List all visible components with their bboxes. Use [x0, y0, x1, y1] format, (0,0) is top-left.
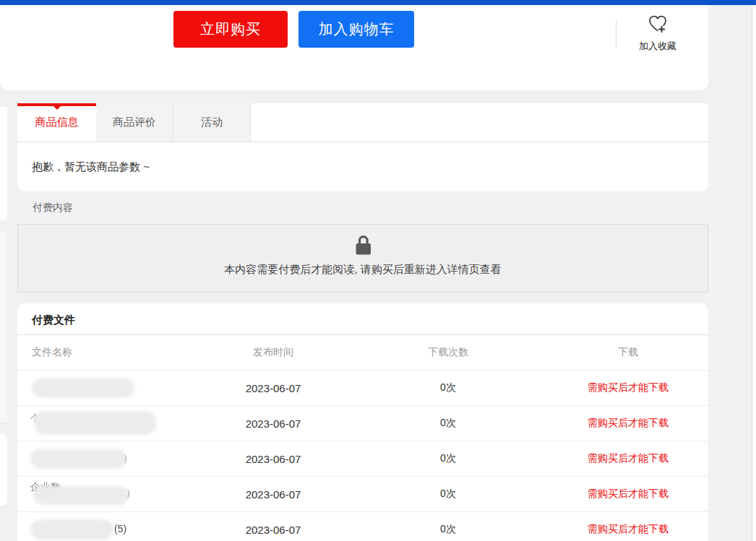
left-card-edge [0, 107, 7, 220]
file-row: 企业数 ） 2023-06-07 0次 需购买后才能下载 [17, 477, 708, 512]
product-detail-page: 立即购买 加入购物车 加入收藏 商品信息 商品评价 [0, 0, 756, 541]
tab-label: 商品信息 [35, 116, 79, 129]
column-header-publish-time: 发布时间 [198, 346, 348, 359]
file-name-redacted: 企业数 ） [17, 477, 198, 511]
file-publish-date: 2023-06-07 [198, 524, 348, 536]
file-download-count: 0次 [348, 417, 548, 430]
buy-now-button[interactable]: 立即购买 [173, 11, 288, 48]
download-restricted-link[interactable]: 需购买后才能下载 [548, 523, 708, 536]
file-name-redacted: (5) [17, 512, 198, 541]
file-publish-date: 2023-06-07 [198, 382, 348, 394]
file-publish-date: 2023-06-07 [198, 453, 348, 465]
file-download-count: 0次 [348, 488, 548, 501]
tab-bar: 商品信息 商品评价 活动 [17, 103, 708, 142]
active-tab-caret-icon [53, 106, 61, 110]
lock-icon [18, 234, 708, 259]
file-download-count: 0次 [348, 523, 548, 536]
heart-plus-icon [646, 25, 669, 38]
tab-activities[interactable]: 活动 [173, 103, 251, 142]
file-row: ） 2023-06-07 0次 需购买后才能下载 [17, 441, 708, 477]
redaction-blur [32, 378, 134, 397]
file-name-fragment: (5) [114, 523, 126, 534]
column-header-download-count: 下载次数 [348, 346, 548, 359]
no-parameters-message: 抱歉，暂无该商品参数 ~ [17, 142, 708, 191]
column-header-filename: 文件名称 [17, 335, 198, 370]
file-download-count: 0次 [348, 381, 548, 394]
paid-files-card: 付费文件 文件名称 发布时间 下载次数 下载 2023-06-07 0次 需购买… [17, 303, 708, 541]
left-card-edge [0, 233, 7, 423]
left-card-edge [0, 433, 7, 506]
purchase-action-bar: 立即购买 加入购物车 加入收藏 [0, 5, 708, 90]
download-restricted-link[interactable]: 需购买后才能下载 [548, 452, 708, 465]
download-restricted-link[interactable]: 需购买后才能下载 [548, 488, 708, 501]
vertical-scrollbar[interactable] [752, 5, 756, 541]
paid-files-title: 付费文件 [17, 303, 708, 335]
redaction-blur [33, 486, 129, 505]
vertical-divider [616, 20, 617, 48]
file-name-redacted: ） [17, 441, 198, 476]
tab-product-info[interactable]: 商品信息 [17, 103, 96, 142]
paid-content-section-label: 付费内容 [33, 202, 73, 215]
tab-product-reviews[interactable]: 商品评价 [96, 103, 173, 142]
file-name-redacted: 个 [17, 406, 198, 441]
redaction-blur [30, 449, 126, 469]
file-row: (5) 2023-06-07 0次 需购买后才能下载 [17, 512, 708, 541]
redaction-blur [30, 519, 113, 540]
file-name-redacted [17, 371, 198, 405]
file-download-count: 0次 [348, 452, 548, 465]
files-table-header: 文件名称 发布时间 下载次数 下载 [17, 335, 708, 371]
column-header-download: 下载 [548, 346, 708, 359]
add-to-favorites-button[interactable]: 加入收藏 [627, 12, 688, 53]
file-row: 个 2023-06-07 0次 需购买后才能下载 [17, 406, 708, 441]
file-row: 2023-06-07 0次 需购买后才能下载 [17, 371, 708, 406]
add-to-cart-button[interactable]: 加入购物车 [298, 11, 414, 48]
download-restricted-link[interactable]: 需购买后才能下载 [548, 381, 708, 394]
product-info-card: 商品信息 商品评价 活动 抱歉，暂无该商品参数 ~ [17, 103, 708, 191]
locked-content-panel: 本内容需要付费后才能阅读, 请购买后重新进入详情页查看 [17, 224, 708, 293]
file-name-fragment: ） [123, 452, 133, 465]
file-name-fragment: ） [126, 487, 136, 500]
tab-label: 活动 [201, 116, 223, 129]
locked-content-message: 本内容需要付费后才能阅读, 请购买后重新进入详情页查看 [18, 263, 708, 277]
top-accent-bar [0, 0, 756, 5]
redaction-blur [35, 411, 156, 435]
file-publish-date: 2023-06-07 [198, 417, 348, 430]
file-publish-date: 2023-06-07 [198, 488, 348, 501]
download-restricted-link[interactable]: 需购买后才能下载 [548, 417, 708, 430]
tab-label: 商品评价 [113, 116, 156, 129]
add-to-favorites-label: 加入收藏 [627, 40, 688, 53]
